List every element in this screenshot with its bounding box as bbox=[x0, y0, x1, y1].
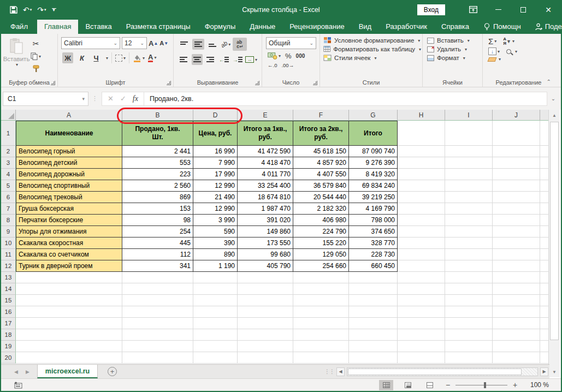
zoom-slider-thumb[interactable] bbox=[484, 382, 486, 388]
maximize-button[interactable] bbox=[511, 0, 536, 19]
column-header-H[interactable]: H bbox=[398, 110, 445, 121]
cell-G9[interactable]: 374 650 bbox=[349, 226, 398, 237]
row-header-9[interactable]: 9 bbox=[1, 226, 16, 237]
fill-color-icon[interactable]: ▾ bbox=[133, 54, 145, 62]
cell-F16[interactable] bbox=[293, 306, 349, 318]
accessibility-keyboard-icon[interactable] bbox=[13, 382, 22, 389]
normal-view-icon[interactable] bbox=[379, 380, 393, 390]
font-size-select[interactable]: 12⌄ bbox=[122, 37, 147, 49]
cell-I9[interactable] bbox=[445, 226, 493, 237]
cell-I12[interactable] bbox=[445, 260, 493, 272]
borders-dropdown-icon[interactable]: ▾ bbox=[123, 56, 126, 61]
underline-button[interactable]: Ч bbox=[91, 52, 102, 63]
cell-E11[interactable]: 99 680 bbox=[238, 249, 293, 260]
cell-F4[interactable]: 4 407 550 bbox=[293, 169, 349, 180]
cell-H14[interactable] bbox=[398, 283, 445, 295]
cell-F7[interactable]: 2 182 320 bbox=[293, 203, 349, 215]
cell-F10[interactable]: 155 220 bbox=[293, 237, 349, 249]
zoom-level[interactable]: 100 % bbox=[526, 381, 549, 389]
increase-decimal-icon[interactable]: ←.0 bbox=[268, 62, 277, 68]
top-align-icon[interactable] bbox=[178, 39, 190, 50]
cell-I19[interactable] bbox=[445, 341, 493, 352]
format-as-table-button[interactable]: Форматировать как таблицу▾ bbox=[323, 45, 421, 53]
cell-H11[interactable] bbox=[398, 249, 445, 260]
redo-button[interactable]: ↷▾ bbox=[37, 5, 46, 14]
cut-icon[interactable]: ✂ bbox=[31, 38, 41, 49]
new-sheet-icon[interactable]: + bbox=[108, 367, 117, 376]
sheet-nav-next-icon[interactable]: ▶ bbox=[26, 369, 29, 375]
cell-A3[interactable]: Велосипед детский bbox=[16, 157, 122, 169]
cell-J10[interactable] bbox=[493, 237, 540, 249]
sheet-tab-active[interactable]: microexcel.ru bbox=[37, 365, 98, 378]
cell-J19[interactable] bbox=[493, 341, 540, 352]
cell-B12[interactable]: 341 bbox=[122, 260, 193, 272]
row-header-19[interactable]: 19 bbox=[1, 341, 16, 352]
paste-button[interactable]: Вставить ▾ bbox=[2, 36, 31, 77]
cell-D3[interactable]: 7 990 bbox=[193, 157, 238, 169]
grow-font-button[interactable]: A▲ bbox=[149, 39, 158, 47]
autosum-button[interactable]: Σ▾ bbox=[488, 37, 496, 46]
cell-D12[interactable]: 1 190 bbox=[193, 260, 238, 272]
cell-B4[interactable]: 223 bbox=[122, 169, 193, 180]
name-box[interactable]: C1▾ bbox=[3, 92, 88, 106]
row-header-7[interactable]: 7 bbox=[1, 203, 16, 215]
cell-J2[interactable] bbox=[493, 146, 540, 157]
cell-H20[interactable] bbox=[398, 352, 445, 364]
cell-E3[interactable]: 4 418 470 bbox=[238, 157, 293, 169]
redo-dropdown-icon[interactable]: ▾ bbox=[44, 8, 46, 12]
clipboard-dialog-launcher[interactable] bbox=[51, 81, 55, 85]
cell-H9[interactable] bbox=[398, 226, 445, 237]
cell-G5[interactable]: 69 834 240 bbox=[349, 180, 398, 192]
cell-A16[interactable] bbox=[16, 306, 122, 318]
cell-B16[interactable] bbox=[122, 306, 193, 318]
cell-D11[interactable]: 890 bbox=[193, 249, 238, 260]
column-header-B[interactable]: B bbox=[122, 110, 193, 121]
row-header-4[interactable]: 4 bbox=[1, 169, 16, 180]
cell-J5[interactable] bbox=[493, 180, 540, 192]
cell-G1[interactable]: Итого bbox=[349, 121, 398, 146]
comma-style-button[interactable]: 000 bbox=[296, 53, 305, 59]
cell-I16[interactable] bbox=[445, 306, 493, 318]
cell-G18[interactable] bbox=[349, 329, 398, 341]
scroll-down-icon[interactable]: ▼ bbox=[549, 366, 560, 377]
paste-dropdown-icon[interactable]: ▾ bbox=[16, 62, 18, 67]
copy-icon[interactable]: ▾ bbox=[31, 51, 41, 62]
cell-I13[interactable] bbox=[445, 272, 493, 283]
cell-A4[interactable]: Велосипед дорожный bbox=[16, 169, 122, 180]
cell-I6[interactable] bbox=[445, 192, 493, 203]
row-header-14[interactable]: 14 bbox=[1, 283, 16, 295]
cell-B20[interactable] bbox=[122, 352, 193, 364]
cell-A2[interactable]: Велосипед горный bbox=[16, 146, 122, 157]
cell-H12[interactable] bbox=[398, 260, 445, 272]
merge-dropdown-icon[interactable]: ▾ bbox=[255, 57, 257, 62]
cell-D6[interactable]: 21 490 bbox=[193, 192, 238, 203]
row-header-5[interactable]: 5 bbox=[1, 180, 16, 192]
tab-file[interactable]: Файл bbox=[1, 20, 37, 34]
cell-I2[interactable] bbox=[445, 146, 493, 157]
cell-F13[interactable] bbox=[293, 272, 349, 283]
borders-icon[interactable]: ▾ bbox=[115, 55, 126, 62]
bottom-align-icon[interactable] bbox=[206, 39, 218, 50]
cell-F9[interactable]: 224 790 bbox=[293, 226, 349, 237]
cell-I17[interactable] bbox=[445, 318, 493, 329]
cell-E19[interactable] bbox=[238, 341, 293, 352]
cell-J1[interactable] bbox=[493, 121, 540, 146]
decrease-indent-icon[interactable]: ← bbox=[218, 54, 230, 65]
cell-B10[interactable]: 445 bbox=[122, 237, 193, 249]
font-dialog-launcher[interactable] bbox=[167, 81, 171, 85]
cell-styles-button[interactable]: Стили ячеек▾ bbox=[323, 54, 421, 62]
cell-J13[interactable] bbox=[493, 272, 540, 283]
cell-B7[interactable]: 153 bbox=[122, 203, 193, 215]
hscroll-left-icon[interactable]: ◀ bbox=[336, 367, 345, 376]
tab-page-layout[interactable]: Разметка страницы bbox=[119, 20, 198, 34]
cell-E1[interactable]: Итого за 1кв., руб. bbox=[238, 121, 293, 146]
cell-A1[interactable]: Наименование bbox=[16, 121, 122, 146]
align-center-icon[interactable] bbox=[192, 54, 203, 65]
cell-D8[interactable]: 3 990 bbox=[193, 215, 238, 226]
cell-H2[interactable] bbox=[398, 146, 445, 157]
row-header-6[interactable]: 6 bbox=[1, 192, 16, 203]
enter-entry-icon[interactable]: ✓ bbox=[120, 94, 126, 103]
format-painter-icon[interactable] bbox=[31, 63, 41, 74]
cell-A13[interactable] bbox=[16, 272, 122, 283]
tab-insert[interactable]: Вставка bbox=[78, 20, 119, 34]
